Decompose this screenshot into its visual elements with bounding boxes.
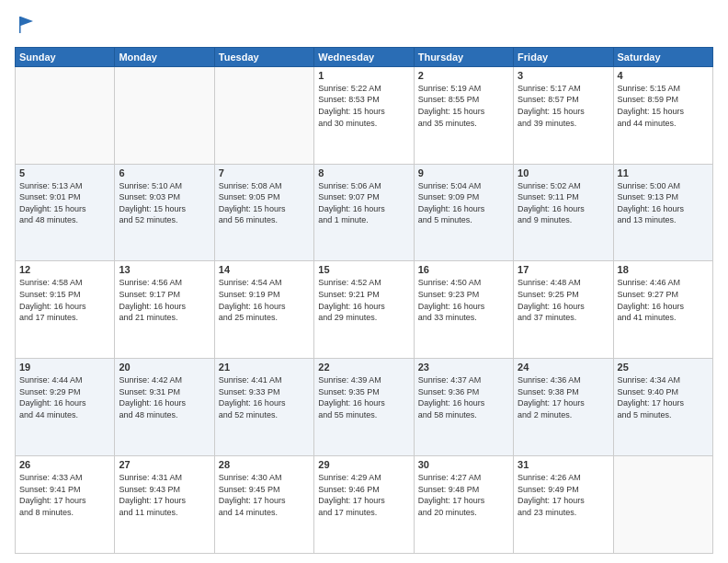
day-number: 31 bbox=[518, 459, 609, 470]
calendar-day-cell: 30Sunrise: 4:27 AM Sunset: 9:48 PM Dayli… bbox=[414, 456, 513, 554]
day-info: Sunrise: 4:29 AM Sunset: 9:46 PM Dayligh… bbox=[318, 472, 409, 518]
weekday-header-cell: Monday bbox=[115, 47, 214, 66]
day-info: Sunrise: 5:13 AM Sunset: 9:01 PM Dayligh… bbox=[19, 180, 110, 226]
weekday-header-row: SundayMondayTuesdayWednesdayThursdayFrid… bbox=[16, 47, 713, 66]
day-info: Sunrise: 4:34 AM Sunset: 9:40 PM Dayligh… bbox=[618, 374, 709, 420]
day-number: 29 bbox=[318, 459, 409, 470]
day-info: Sunrise: 5:00 AM Sunset: 9:13 PM Dayligh… bbox=[618, 180, 709, 226]
day-info: Sunrise: 4:58 AM Sunset: 9:15 PM Dayligh… bbox=[19, 277, 110, 323]
day-info: Sunrise: 4:44 AM Sunset: 9:29 PM Dayligh… bbox=[19, 374, 110, 420]
day-number: 19 bbox=[19, 362, 110, 373]
svg-marker-0 bbox=[19, 17, 33, 33]
day-info: Sunrise: 5:10 AM Sunset: 9:03 PM Dayligh… bbox=[119, 180, 210, 226]
day-number: 27 bbox=[119, 459, 210, 470]
calendar-day-cell: 21Sunrise: 4:41 AM Sunset: 9:33 PM Dayli… bbox=[214, 359, 313, 456]
day-number: 16 bbox=[418, 264, 509, 275]
calendar-day-cell: 15Sunrise: 4:52 AM Sunset: 9:21 PM Dayli… bbox=[314, 261, 414, 359]
day-number: 8 bbox=[318, 167, 409, 178]
calendar-day-cell: 29Sunrise: 4:29 AM Sunset: 9:46 PM Dayli… bbox=[314, 456, 414, 554]
calendar-week-row: 19Sunrise: 4:44 AM Sunset: 9:29 PM Dayli… bbox=[16, 359, 713, 456]
day-number: 26 bbox=[19, 459, 110, 470]
day-number: 17 bbox=[518, 264, 609, 275]
day-number: 25 bbox=[618, 362, 709, 373]
calendar-day-cell: 25Sunrise: 4:34 AM Sunset: 9:40 PM Dayli… bbox=[613, 359, 712, 456]
calendar-day-cell: 16Sunrise: 4:50 AM Sunset: 9:23 PM Dayli… bbox=[414, 261, 513, 359]
logo bbox=[15, 15, 37, 40]
calendar-day-cell: 4Sunrise: 5:15 AM Sunset: 8:59 PM Daylig… bbox=[613, 66, 712, 164]
logo-flag-icon bbox=[17, 15, 37, 35]
day-info: Sunrise: 4:39 AM Sunset: 9:35 PM Dayligh… bbox=[318, 374, 409, 420]
day-info: Sunrise: 4:30 AM Sunset: 9:45 PM Dayligh… bbox=[219, 472, 310, 518]
day-number: 5 bbox=[19, 167, 110, 178]
calendar-day-cell: 24Sunrise: 4:36 AM Sunset: 9:38 PM Dayli… bbox=[514, 359, 613, 456]
day-info: Sunrise: 4:56 AM Sunset: 9:17 PM Dayligh… bbox=[119, 277, 210, 323]
day-number: 30 bbox=[418, 459, 509, 470]
day-number: 14 bbox=[219, 264, 310, 275]
day-number: 12 bbox=[19, 264, 110, 275]
day-info: Sunrise: 4:50 AM Sunset: 9:23 PM Dayligh… bbox=[418, 277, 509, 323]
calendar-day-cell: 3Sunrise: 5:17 AM Sunset: 8:57 PM Daylig… bbox=[514, 66, 613, 164]
day-info: Sunrise: 5:17 AM Sunset: 8:57 PM Dayligh… bbox=[518, 83, 609, 129]
calendar-week-row: 26Sunrise: 4:33 AM Sunset: 9:41 PM Dayli… bbox=[16, 456, 713, 554]
calendar-day-cell: 14Sunrise: 4:54 AM Sunset: 9:19 PM Dayli… bbox=[214, 261, 313, 359]
calendar-day-cell: 27Sunrise: 4:31 AM Sunset: 9:43 PM Dayli… bbox=[115, 456, 214, 554]
calendar-day-cell: 20Sunrise: 4:42 AM Sunset: 9:31 PM Dayli… bbox=[115, 359, 214, 456]
day-info: Sunrise: 5:04 AM Sunset: 9:09 PM Dayligh… bbox=[418, 180, 509, 226]
calendar-day-cell: 13Sunrise: 4:56 AM Sunset: 9:17 PM Dayli… bbox=[115, 261, 214, 359]
calendar-day-cell: 6Sunrise: 5:10 AM Sunset: 9:03 PM Daylig… bbox=[115, 164, 214, 261]
day-info: Sunrise: 5:22 AM Sunset: 8:53 PM Dayligh… bbox=[318, 83, 409, 129]
calendar-day-cell bbox=[115, 66, 214, 164]
day-info: Sunrise: 4:31 AM Sunset: 9:43 PM Dayligh… bbox=[119, 472, 210, 518]
calendar-day-cell: 7Sunrise: 5:08 AM Sunset: 9:05 PM Daylig… bbox=[214, 164, 313, 261]
day-number: 1 bbox=[318, 70, 409, 81]
calendar-day-cell: 23Sunrise: 4:37 AM Sunset: 9:36 PM Dayli… bbox=[414, 359, 513, 456]
day-info: Sunrise: 5:15 AM Sunset: 8:59 PM Dayligh… bbox=[618, 83, 709, 129]
weekday-header-cell: Wednesday bbox=[314, 47, 414, 66]
calendar-day-cell: 31Sunrise: 4:26 AM Sunset: 9:49 PM Dayli… bbox=[514, 456, 613, 554]
day-number: 28 bbox=[219, 459, 310, 470]
calendar-day-cell: 8Sunrise: 5:06 AM Sunset: 9:07 PM Daylig… bbox=[314, 164, 414, 261]
day-number: 18 bbox=[618, 264, 709, 275]
day-info: Sunrise: 4:52 AM Sunset: 9:21 PM Dayligh… bbox=[318, 277, 409, 323]
day-number: 2 bbox=[418, 70, 509, 81]
day-info: Sunrise: 4:42 AM Sunset: 9:31 PM Dayligh… bbox=[119, 374, 210, 420]
calendar-day-cell: 11Sunrise: 5:00 AM Sunset: 9:13 PM Dayli… bbox=[613, 164, 712, 261]
calendar-day-cell: 18Sunrise: 4:46 AM Sunset: 9:27 PM Dayli… bbox=[613, 261, 712, 359]
day-number: 4 bbox=[618, 70, 709, 81]
day-info: Sunrise: 4:26 AM Sunset: 9:49 PM Dayligh… bbox=[518, 472, 609, 518]
day-info: Sunrise: 4:27 AM Sunset: 9:48 PM Dayligh… bbox=[418, 472, 509, 518]
calendar-day-cell bbox=[613, 456, 712, 554]
day-number: 3 bbox=[518, 70, 609, 81]
calendar-day-cell: 26Sunrise: 4:33 AM Sunset: 9:41 PM Dayli… bbox=[16, 456, 115, 554]
day-number: 7 bbox=[219, 167, 310, 178]
day-number: 6 bbox=[119, 167, 210, 178]
calendar-day-cell: 12Sunrise: 4:58 AM Sunset: 9:15 PM Dayli… bbox=[16, 261, 115, 359]
header bbox=[15, 11, 713, 40]
calendar-week-row: 1Sunrise: 5:22 AM Sunset: 8:53 PM Daylig… bbox=[16, 66, 713, 164]
day-number: 10 bbox=[518, 167, 609, 178]
calendar-day-cell: 28Sunrise: 4:30 AM Sunset: 9:45 PM Dayli… bbox=[214, 456, 313, 554]
day-info: Sunrise: 4:46 AM Sunset: 9:27 PM Dayligh… bbox=[618, 277, 709, 323]
weekday-header-cell: Tuesday bbox=[214, 47, 313, 66]
calendar-week-row: 5Sunrise: 5:13 AM Sunset: 9:01 PM Daylig… bbox=[16, 164, 713, 261]
day-info: Sunrise: 4:36 AM Sunset: 9:38 PM Dayligh… bbox=[518, 374, 609, 420]
day-info: Sunrise: 4:33 AM Sunset: 9:41 PM Dayligh… bbox=[19, 472, 110, 518]
calendar-day-cell: 22Sunrise: 4:39 AM Sunset: 9:35 PM Dayli… bbox=[314, 359, 414, 456]
calendar-week-row: 12Sunrise: 4:58 AM Sunset: 9:15 PM Dayli… bbox=[16, 261, 713, 359]
day-info: Sunrise: 5:02 AM Sunset: 9:11 PM Dayligh… bbox=[518, 180, 609, 226]
day-info: Sunrise: 4:48 AM Sunset: 9:25 PM Dayligh… bbox=[518, 277, 609, 323]
calendar-day-cell: 10Sunrise: 5:02 AM Sunset: 9:11 PM Dayli… bbox=[514, 164, 613, 261]
calendar-day-cell: 17Sunrise: 4:48 AM Sunset: 9:25 PM Dayli… bbox=[514, 261, 613, 359]
day-number: 24 bbox=[518, 362, 609, 373]
calendar-day-cell: 9Sunrise: 5:04 AM Sunset: 9:09 PM Daylig… bbox=[414, 164, 513, 261]
day-info: Sunrise: 5:08 AM Sunset: 9:05 PM Dayligh… bbox=[219, 180, 310, 226]
calendar-day-cell: 1Sunrise: 5:22 AM Sunset: 8:53 PM Daylig… bbox=[314, 66, 414, 164]
weekday-header-cell: Saturday bbox=[613, 47, 712, 66]
calendar-day-cell: 19Sunrise: 4:44 AM Sunset: 9:29 PM Dayli… bbox=[16, 359, 115, 456]
day-info: Sunrise: 4:37 AM Sunset: 9:36 PM Dayligh… bbox=[418, 374, 509, 420]
day-info: Sunrise: 4:41 AM Sunset: 9:33 PM Dayligh… bbox=[219, 374, 310, 420]
day-number: 23 bbox=[418, 362, 509, 373]
weekday-header-cell: Friday bbox=[514, 47, 613, 66]
calendar-day-cell bbox=[16, 66, 115, 164]
weekday-header-cell: Sunday bbox=[16, 47, 115, 66]
